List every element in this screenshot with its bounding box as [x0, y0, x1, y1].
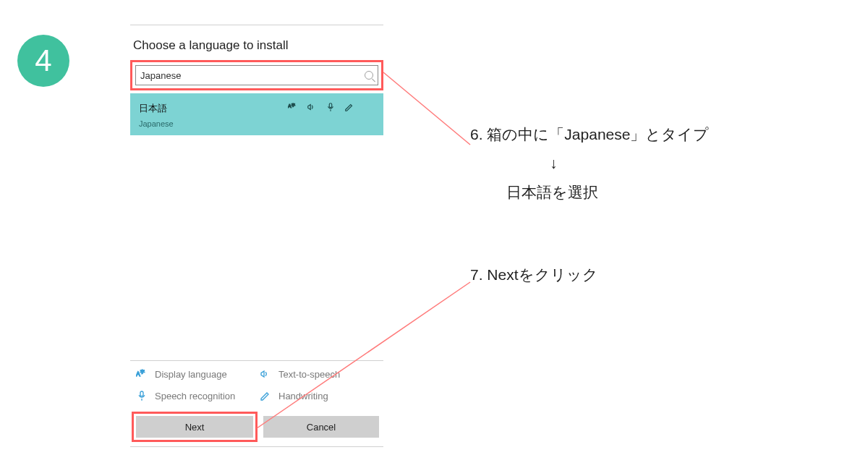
legend-display-language: A字 Display language	[136, 368, 254, 380]
legend-label: Handwriting	[278, 391, 328, 401]
legend-label: Speech recognition	[155, 391, 235, 401]
annotation-step6: 6. 箱の中に「Japanese」とタイプ ↓ 日本語を選択	[470, 120, 709, 207]
cancel-button[interactable]: Cancel	[263, 416, 379, 438]
legend-label: Text-to-speech	[278, 369, 340, 380]
dialog-title: Choose a language to install	[133, 38, 383, 53]
svg-rect-2	[329, 103, 332, 108]
legend-text-to-speech: Text-to-speech	[260, 368, 378, 380]
step-number: 4	[35, 43, 51, 78]
svg-text:A: A	[136, 370, 140, 378]
annotation-step7: 7. Nextをクリック	[470, 260, 598, 289]
speech-recognition-icon	[136, 390, 148, 401]
text-to-speech-icon	[307, 102, 317, 114]
language-search-input[interactable]	[140, 70, 365, 81]
legend-handwriting: Handwriting	[260, 390, 378, 401]
svg-line-6	[383, 72, 470, 145]
next-button[interactable]: Next	[136, 416, 253, 438]
next-button-highlight: Next	[132, 412, 258, 442]
svg-rect-5	[140, 391, 143, 396]
legend-label: Display language	[155, 369, 227, 380]
speech-recognition-icon	[326, 102, 336, 114]
annotation-step6-arrow: ↓	[470, 149, 709, 178]
language-install-dialog-bottom: A字 Display language Text-to-speech Speec…	[130, 360, 383, 447]
language-install-dialog-top: Choose a language to install 日本語 Japanes…	[130, 25, 383, 135]
step-badge: 4	[17, 35, 69, 87]
language-feature-icons: A字	[288, 102, 354, 114]
search-highlight-box	[130, 60, 383, 90]
display-language-icon: A字	[288, 102, 298, 114]
text-to-speech-icon	[260, 368, 271, 380]
legend-speech-recognition: Speech recognition	[136, 390, 254, 401]
svg-text:字: 字	[292, 103, 295, 107]
language-english-name: Japanese	[139, 119, 375, 128]
language-search-field[interactable]	[135, 65, 378, 85]
display-language-icon: A字	[136, 368, 148, 380]
language-result-row[interactable]: 日本語 Japanese A字	[130, 93, 383, 135]
annotation-step6-line1: 6. 箱の中に「Japanese」とタイプ	[470, 120, 709, 149]
svg-text:字: 字	[140, 369, 145, 374]
search-icon	[365, 71, 373, 80]
annotation-step6-line2: 日本語を選択	[470, 178, 709, 207]
dialog-separator	[130, 446, 383, 447]
handwriting-icon	[260, 390, 271, 401]
annotation-step7-text: 7. Nextをクリック	[470, 260, 598, 289]
handwriting-icon	[344, 102, 354, 114]
feature-legend: A字 Display language Text-to-speech Speec…	[130, 361, 383, 412]
